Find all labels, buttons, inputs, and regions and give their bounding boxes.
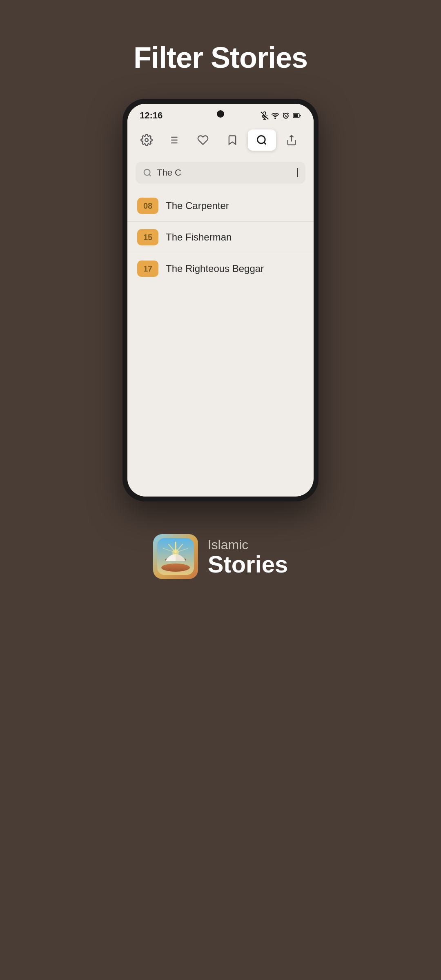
phone-frame: 12:16 [122,99,318,501]
svg-line-6 [287,113,289,114]
svg-line-21 [149,174,151,176]
story-number-badge-1: 08 [137,198,158,214]
search-icon [256,134,267,146]
svg-point-17 [258,136,265,144]
svg-point-20 [144,169,150,176]
story-list: 08 The Carpenter 15 The Fisherman 17 The… [127,190,314,292]
page-title: Filter Stories [134,41,307,74]
story-title-3: The Righteous Beggar [166,263,264,274]
app-icon [153,534,198,579]
app-branding: Islamic Stories [153,534,288,579]
mute-icon [261,111,269,120]
app-name-bottom: Stories [208,552,288,576]
svg-line-5 [283,113,284,114]
story-number-badge-3: 17 [137,261,158,277]
wifi-icon [271,111,279,120]
app-name-top: Islamic [208,537,288,552]
story-title-2: The Fisherman [166,232,232,243]
share-icon [286,134,297,146]
phone-screen: 12:16 [127,104,314,497]
svg-line-18 [264,142,266,144]
story-number-badge-2: 15 [137,229,158,245]
list-tab[interactable] [159,129,187,151]
bookmarks-tab[interactable] [218,129,246,151]
search-box-icon [143,168,152,177]
text-cursor [297,168,298,177]
story-item-3[interactable]: 17 The Righteous Beggar [127,253,314,284]
svg-point-23 [161,564,190,572]
svg-rect-8 [294,114,298,117]
search-container: The C [127,155,314,190]
svg-point-30 [172,549,179,556]
svg-point-10 [145,138,148,142]
gear-icon [140,134,153,146]
camera-notch [217,110,224,118]
search-box[interactable]: The C [136,162,305,184]
heart-icon [197,134,209,146]
favorites-tab[interactable] [189,129,216,151]
settings-button[interactable] [136,129,158,151]
alarm-icon [282,111,290,120]
story-item-1[interactable]: 08 The Carpenter [127,190,314,222]
empty-content-area [127,292,314,497]
bookmark-icon [227,134,238,146]
status-icons [261,111,301,120]
search-tab[interactable] [248,129,276,151]
search-input[interactable]: The C [157,167,292,178]
app-name: Islamic Stories [208,537,288,576]
app-icon-graphic [157,538,194,575]
story-item-2[interactable]: 15 The Fisherman [127,222,314,253]
share-button[interactable] [278,129,305,151]
status-time: 12:16 [140,110,163,121]
svg-point-3 [275,118,276,119]
story-title-1: The Carpenter [166,200,229,212]
nav-bar [127,125,314,155]
list-icon [167,134,179,146]
battery-icon [292,111,301,120]
